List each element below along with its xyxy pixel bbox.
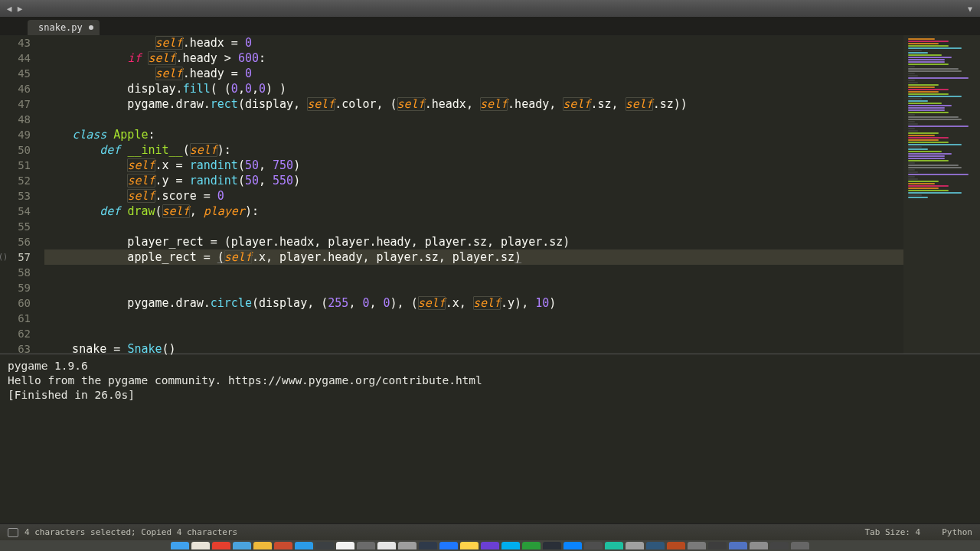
- dock-app-icon[interactable]: [708, 542, 727, 549]
- dock-app-icon[interactable]: [377, 542, 396, 549]
- dock-app-icon[interactable]: [522, 542, 541, 549]
- dock-app-icon[interactable]: [646, 542, 665, 549]
- editor: 4344454647484950515253545556575859606162…: [0, 35, 980, 354]
- dock-app-icon[interactable]: [605, 542, 623, 549]
- code-line[interactable]: self.x = randint(50, 750): [44, 158, 903, 173]
- tab-bar: snake.py: [0, 17, 980, 35]
- line-number: 47: [0, 96, 31, 112]
- line-number: 49: [0, 127, 31, 142]
- unsaved-indicator-icon: [89, 25, 93, 30]
- dock-app-icon[interactable]: [750, 542, 768, 549]
- nav-arrows: ◀ ▶: [5, 4, 24, 13]
- dock-app-icon[interactable]: [564, 542, 582, 549]
- code-area[interactable]: self.headx = 0 if self.heady > 600: self…: [38, 35, 903, 354]
- dock-app-icon[interactable]: [501, 542, 520, 549]
- dock-app-icon[interactable]: [212, 542, 230, 549]
- code-line[interactable]: player_rect = (player.headx, player.head…: [44, 234, 903, 249]
- dock-app-icon[interactable]: [233, 542, 251, 549]
- dock-app-icon[interactable]: [191, 542, 210, 549]
- line-number: 43: [0, 35, 31, 51]
- line-number: 60: [0, 295, 31, 311]
- dock-app-icon[interactable]: [336, 542, 354, 549]
- line-number: 53: [0, 188, 31, 204]
- line-number: 51: [0, 158, 31, 173]
- code-line[interactable]: self.headx = 0: [44, 35, 903, 51]
- code-line[interactable]: [44, 326, 903, 341]
- line-number: 62: [0, 326, 31, 341]
- dock-app-icon[interactable]: [419, 542, 437, 549]
- dock-app-icon[interactable]: [274, 542, 292, 549]
- code-line[interactable]: self.heady = 0: [44, 66, 903, 81]
- minimap[interactable]: [903, 35, 980, 354]
- tab-snake-py[interactable]: snake.py: [28, 20, 100, 35]
- dock-app-icon[interactable]: [626, 542, 644, 549]
- status-bar: 4 characters selected; Copied 4 characte…: [0, 523, 980, 540]
- line-number: 56: [0, 234, 31, 249]
- code-line[interactable]: [44, 280, 903, 295]
- titlebar-menu-icon[interactable]: ▼: [968, 5, 975, 13]
- code-line[interactable]: display.fill( (0,0,0) ): [44, 81, 903, 96]
- dock-app-icon[interactable]: [357, 542, 375, 549]
- line-number: 61: [0, 311, 31, 326]
- status-selection: 4 characters selected; Copied 4 characte…: [24, 527, 237, 537]
- dock-app-icon[interactable]: [171, 542, 189, 549]
- code-line[interactable]: pygame.draw.rect(display, self.color, (s…: [44, 96, 903, 112]
- code-line[interactable]: apple_rect = (self.x, player.heady, play…: [44, 249, 903, 265]
- line-number: 58: [0, 265, 31, 280]
- line-number: 44: [0, 51, 31, 66]
- code-line[interactable]: [44, 311, 903, 326]
- window-titlebar: ◀ ▶ ▼: [0, 0, 980, 17]
- status-tab-size[interactable]: Tab Size: 4: [864, 527, 920, 537]
- line-number: 46: [0, 81, 31, 96]
- dock-app-icon[interactable]: [584, 542, 603, 549]
- code-line[interactable]: def draw(self, player):: [44, 204, 903, 219]
- dock-app-icon[interactable]: [315, 542, 334, 549]
- nav-back-icon[interactable]: ◀: [5, 4, 14, 13]
- line-number: 63: [0, 341, 31, 357]
- code-line[interactable]: self.y = randint(50, 550): [44, 173, 903, 188]
- code-line[interactable]: def __init__(self):: [44, 142, 903, 158]
- dock-app-icon[interactable]: [791, 542, 809, 549]
- dock-app-icon[interactable]: [667, 542, 685, 549]
- dock-app-icon[interactable]: [481, 542, 499, 549]
- line-number: 54: [0, 204, 31, 219]
- code-line[interactable]: class Apple:: [44, 127, 903, 142]
- dock-app-icon[interactable]: [460, 542, 479, 549]
- code-line[interactable]: pygame.draw.circle(display, (255, 0, 0),…: [44, 295, 903, 311]
- build-output-panel[interactable]: pygame 1.9.6 Hello from the pygame commu…: [0, 354, 980, 531]
- dock-app-icon[interactable]: [295, 542, 313, 549]
- code-line[interactable]: self.score = 0: [44, 188, 903, 204]
- dock-app-icon[interactable]: [688, 542, 706, 549]
- dock-app-icon[interactable]: [398, 542, 416, 549]
- panel-toggle-icon[interactable]: [8, 528, 18, 537]
- status-syntax[interactable]: Python: [942, 527, 972, 537]
- dock-app-icon[interactable]: [439, 542, 458, 549]
- code-line[interactable]: [44, 265, 903, 280]
- line-number: 55: [0, 219, 31, 234]
- dock-app-icon[interactable]: [253, 542, 272, 549]
- dock-app-icon[interactable]: [543, 542, 561, 549]
- line-number-gutter: 4344454647484950515253545556575859606162…: [0, 35, 38, 354]
- line-number: 45: [0, 66, 31, 81]
- code-line[interactable]: snake = Snake(): [44, 341, 903, 357]
- code-line[interactable]: [44, 112, 903, 127]
- dock-app-icon[interactable]: [770, 542, 789, 549]
- dock-app-icon[interactable]: [729, 542, 747, 549]
- code-line[interactable]: [44, 219, 903, 234]
- line-number: 50: [0, 142, 31, 158]
- line-number: 52: [0, 173, 31, 188]
- macos-dock: [0, 540, 980, 551]
- line-number: 48: [0, 112, 31, 127]
- line-number: 57: [0, 249, 31, 265]
- nav-forward-icon[interactable]: ▶: [15, 4, 24, 13]
- line-number: 59: [0, 280, 31, 295]
- code-line[interactable]: if self.heady > 600:: [44, 51, 903, 66]
- tab-label: snake.py: [38, 22, 83, 33]
